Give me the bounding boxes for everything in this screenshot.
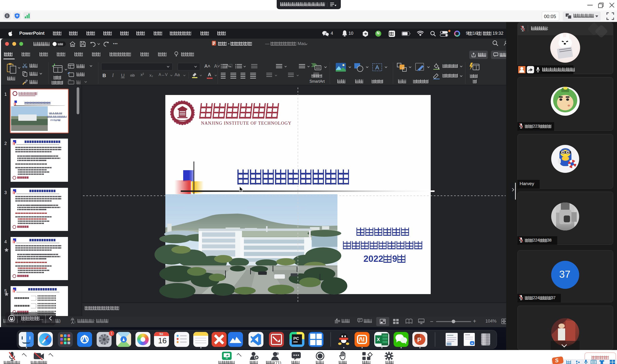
svg-text:?: ? (74, 321, 76, 324)
svg-text:A: A (375, 64, 379, 71)
